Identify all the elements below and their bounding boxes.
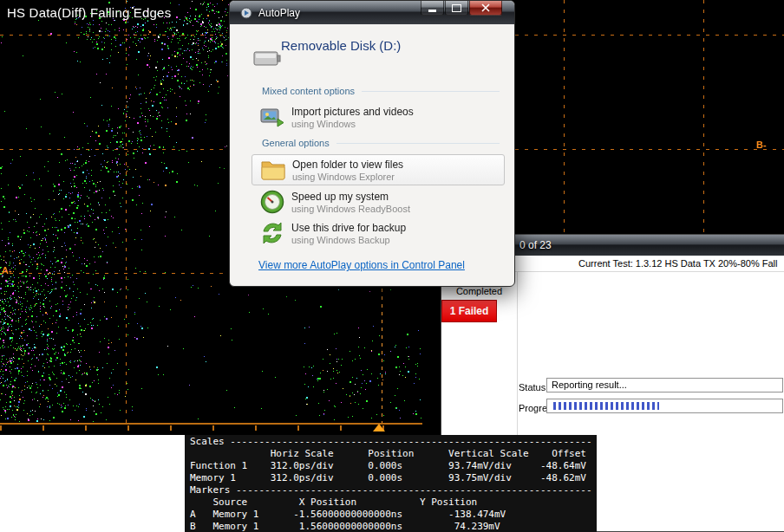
close-button[interactable] [469, 1, 502, 16]
status-field: Reporting result... [546, 378, 783, 393]
scope-title: HS Data(Diff) Falling Edges [7, 5, 171, 20]
time-axis-ticks [0, 425, 422, 431]
section-header-mixed: Mixed content options [262, 85, 500, 97]
maximize-icon [452, 4, 461, 12]
readout-line: Function 1 312.0ps/div 0.000s 93.74mV/di… [190, 460, 597, 472]
readyboost-icon [257, 189, 288, 215]
status-label: Status: [519, 382, 548, 393]
item-label: Import pictures and videos [291, 106, 414, 118]
minimize-button[interactable] [421, 1, 444, 16]
scales-readout-panel: Scales ---------------------------------… [185, 435, 597, 532]
marker-a-label: A- [2, 265, 12, 276]
item-label: Open folder to view files [292, 159, 403, 171]
window-title: AutoPlay [258, 7, 300, 19]
drive-title: Removable Disk (D:) [281, 38, 401, 53]
section-label: Mixed content options [262, 86, 355, 96]
readout-line: B Memory 1 1.56000000000000ns 74.239mV [190, 521, 597, 532]
section-label: General options [262, 138, 330, 148]
folder-icon [258, 159, 289, 181]
autoplay-item-backup[interactable]: Use this drive for backup using Windows … [252, 217, 505, 249]
maximize-button[interactable] [445, 1, 468, 16]
autoplay-item-open-folder[interactable]: Open folder to view files using Windows … [252, 154, 505, 185]
marker-b-label: B- [756, 139, 767, 150]
item-sublabel: using Windows [291, 119, 414, 129]
completed-label: Completed [441, 286, 517, 296]
autoplay-icon [240, 7, 252, 19]
readout-line: Memory 1 312.0ps/div 0.000s 93.75mV/div … [190, 472, 597, 484]
item-sublabel: using Windows Backup [291, 235, 406, 245]
readout-line: Source X Position Y Position [190, 496, 597, 509]
grid-line-vertical [126, 0, 127, 423]
close-icon [481, 3, 490, 12]
autoplay-body: Removable Disk (D:) Mixed content option… [231, 24, 513, 285]
item-label: Use this drive for backup [291, 222, 406, 234]
section-rule [362, 91, 500, 92]
failed-badge: 1 Failed [441, 300, 497, 322]
autoplay-item-speed-up[interactable]: Speed up my system using Windows ReadyBo… [252, 186, 505, 217]
autoplay-item-import-pictures[interactable]: Import pictures and videos using Windows [252, 101, 505, 133]
item-sublabel: using Windows Explorer [292, 172, 403, 182]
backup-icon [257, 220, 288, 246]
readout-line: Markers --------------------------------… [190, 484, 597, 496]
trigger-marker-icon [373, 424, 385, 431]
readout-line: Scales ---------------------------------… [190, 436, 597, 448]
autoplay-dialog: AutoPlay Removable Disk (D:) [229, 0, 515, 287]
readout-line: Horiz Scale Position Vertical Scale Offs… [190, 448, 597, 460]
autoplay-titlebar[interactable]: AutoPlay [230, 1, 514, 24]
test-count-text: 0 of 23 [519, 239, 552, 251]
section-header-general: General options [262, 137, 500, 149]
desktop: HS Data(Diff) Falling Edges A- B- 0 of 2… [0, 0, 784, 532]
readout-line: A Memory 1 -1.56000000000000ns -138.474m… [190, 509, 597, 521]
item-sublabel: using Windows ReadyBoost [291, 204, 410, 214]
section-rule [336, 143, 500, 144]
control-panel-link[interactable]: View more AutoPlay options in Control Pa… [258, 259, 465, 271]
minimize-icon [428, 10, 436, 12]
progress-bar [546, 399, 783, 413]
pictures-import-icon [257, 104, 288, 130]
item-label: Speed up my system [291, 191, 410, 203]
progress-fill [553, 402, 659, 410]
time-axis [0, 423, 422, 425]
removable-disk-icon [253, 50, 281, 71]
window-controls [421, 1, 502, 16]
current-test-text: Current Test: 1.3.12 HS Data TX 20%-80% … [578, 258, 777, 269]
